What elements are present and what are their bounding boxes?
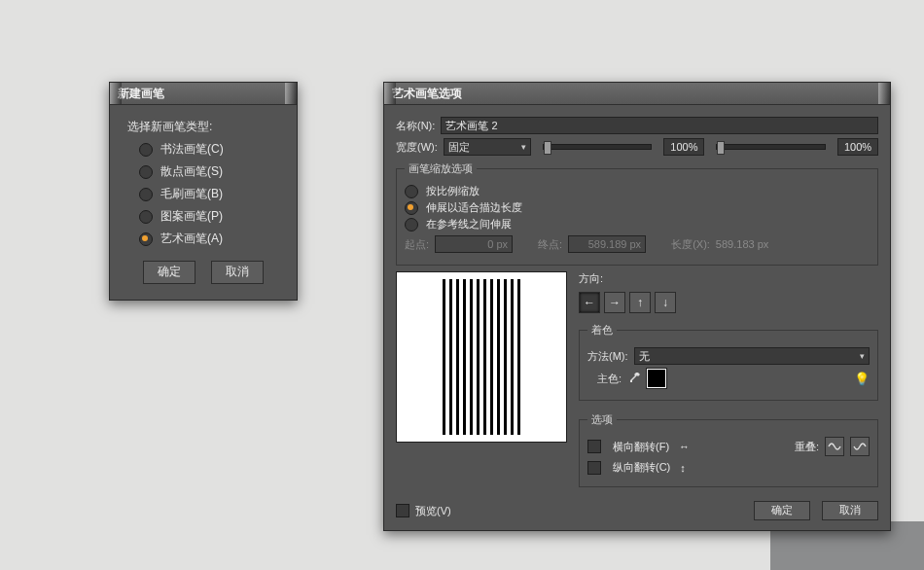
end-input: 589.189 px [568, 235, 646, 253]
radio-dot [139, 188, 153, 201]
keycolor-swatch[interactable] [647, 369, 666, 388]
radio-scale-guides[interactable]: 在参考线之间伸展 [405, 217, 870, 232]
radio-label: 在参考线之间伸展 [426, 217, 512, 232]
brush-type-prompt: 选择新画笔类型: [127, 119, 283, 135]
start-input: 0 px [435, 235, 513, 253]
length-label: 长度(X): [671, 237, 710, 252]
art-brush-options-dialog: 艺术画笔选项 名称(N): 艺术画笔 2 宽度(W): 固定 100% 100%… [383, 82, 891, 531]
radio-dot [405, 218, 418, 232]
radio-scale-stretch[interactable]: 伸展以适合描边长度 [405, 200, 870, 215]
colorize-legend: 着色 [587, 323, 617, 338]
flip-h-label: 横向翻转(F) [613, 440, 669, 454]
options-legend: 选项 [587, 412, 617, 427]
radio-label: 散点画笔(S) [160, 163, 223, 180]
ok-button[interactable]: 确定 [143, 261, 195, 284]
direction-down-button[interactable]: ↓ [655, 292, 676, 313]
flip-v-checkbox[interactable] [587, 461, 601, 475]
overlap-option-a[interactable] [825, 437, 844, 456]
radio-label: 图案画笔(P) [160, 208, 223, 225]
radio-label: 伸展以适合描边长度 [426, 200, 522, 215]
radio-scatter[interactable]: 散点画笔(S) [139, 163, 283, 180]
scale-legend: 画笔缩放选项 [405, 161, 477, 176]
overlap-option-b[interactable] [850, 437, 870, 456]
preview-checkbox[interactable] [396, 504, 409, 517]
radio-label: 书法画笔(C) [160, 141, 224, 158]
flip-v-icon: ↕ [680, 462, 686, 474]
flip-v-label: 纵向翻转(C) [613, 460, 670, 475]
eyedropper-icon[interactable] [627, 372, 641, 385]
radio-dot [139, 210, 153, 224]
new-brush-dialog: 新建画笔 选择新画笔类型: 书法画笔(C) 散点画笔(S) 毛刷画笔(B) 图案… [109, 82, 298, 301]
brush-type-radios: 书法画笔(C) 散点画笔(S) 毛刷画笔(B) 图案画笔(P) 艺术画笔(A) [139, 141, 283, 247]
colorize-group: 着色 方法(M): 无 主色: 💡 [579, 323, 878, 401]
flip-h-checkbox[interactable] [587, 440, 601, 453]
keycolor-label: 主色: [597, 372, 622, 386]
radio-pattern[interactable]: 图案画笔(P) [139, 208, 283, 225]
start-label: 起点: [405, 237, 429, 252]
width-pct-left[interactable]: 100% [663, 138, 704, 156]
width-pct-right[interactable]: 100% [837, 138, 878, 156]
radio-calligraphic[interactable]: 书法画笔(C) [139, 141, 283, 158]
brush-preview [396, 271, 567, 443]
scale-options-group: 画笔缩放选项 按比例缩放 伸展以适合描边长度 在参考线之间伸展 起点: 0 px… [396, 161, 878, 266]
direction-left-button[interactable]: ← [579, 292, 600, 313]
direction-right-button[interactable]: → [604, 292, 625, 313]
radio-dot [405, 201, 418, 215]
width-slider-left[interactable] [543, 144, 653, 150]
options-group: 选项 横向翻转(F) ↔ 重叠: [579, 412, 878, 487]
preview-label: 预览(V) [415, 504, 451, 518]
length-value: 589.183 px [716, 238, 768, 250]
radio-dot [139, 143, 153, 157]
name-label: 名称(N): [396, 119, 435, 133]
direction-up-button[interactable]: ↑ [629, 292, 651, 313]
preview-artwork [443, 279, 520, 435]
direction-buttons: ← → ↑ ↓ [579, 292, 878, 313]
radio-label: 按比例缩放 [426, 184, 480, 198]
radio-dot [139, 165, 153, 179]
dialog-title: 新建画笔 [110, 83, 297, 105]
end-label: 终点: [538, 237, 562, 252]
radio-label: 毛刷画笔(B) [160, 186, 223, 202]
direction-label: 方向: [579, 271, 878, 286]
colorize-method-dropdown[interactable]: 无 [634, 347, 870, 365]
width-label: 宽度(W): [396, 140, 438, 155]
name-input[interactable]: 艺术画笔 2 [441, 117, 878, 134]
radio-label: 艺术画笔(A) [160, 231, 223, 247]
width-slider-right[interactable] [716, 144, 826, 150]
cancel-button[interactable]: 取消 [211, 261, 264, 284]
dialog-title: 艺术画笔选项 [384, 83, 890, 105]
width-mode-dropdown[interactable]: 固定 [444, 138, 531, 156]
radio-dot [405, 185, 418, 198]
radio-dot [139, 232, 153, 246]
colorize-method-label: 方法(M): [587, 349, 628, 364]
overlap-label: 重叠: [795, 440, 819, 454]
radio-scale-proportional[interactable]: 按比例缩放 [405, 184, 870, 198]
ok-button[interactable]: 确定 [754, 501, 810, 520]
flip-h-icon: ↔ [679, 441, 690, 452]
tip-icon[interactable]: 💡 [854, 372, 870, 386]
radio-art[interactable]: 艺术画笔(A) [139, 231, 283, 247]
cancel-button[interactable]: 取消 [822, 501, 878, 520]
radio-bristle[interactable]: 毛刷画笔(B) [139, 186, 283, 202]
